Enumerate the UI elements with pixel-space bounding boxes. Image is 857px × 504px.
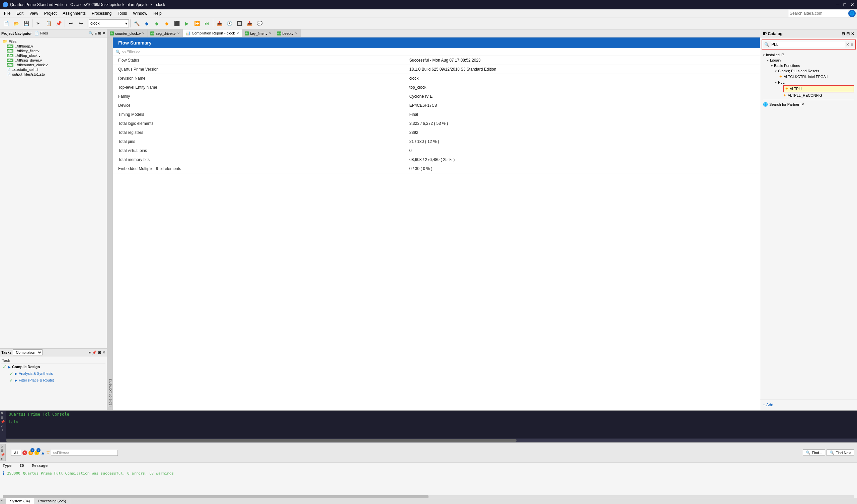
msg-close-icon[interactable]: ✕ bbox=[1, 445, 5, 449]
compile-button[interactable]: 🔨 bbox=[132, 19, 141, 28]
fast-forward-button[interactable]: ⏩ bbox=[192, 19, 202, 28]
table-of-contents-strip[interactable]: Table of Contents bbox=[107, 37, 113, 410]
ip-catalog-close-icon[interactable]: ✕ bbox=[851, 32, 854, 36]
console-more-icon[interactable]: ⋮ bbox=[1, 429, 5, 432]
file-item-static-sel[interactable]: 📄 ../../static_sel.tcl bbox=[5, 67, 105, 72]
file-item-key-filter[interactable]: abc ../rtl/key_filter.v bbox=[5, 49, 105, 53]
paste-button[interactable]: 📌 bbox=[54, 19, 63, 28]
console-help-icon[interactable]: ? bbox=[1, 424, 5, 428]
start-button[interactable]: ▶ bbox=[182, 19, 191, 28]
tasks-restore-icon[interactable]: ⊞ bbox=[98, 350, 101, 355]
error-icon[interactable]: ✕ bbox=[22, 451, 27, 455]
tab-system[interactable]: System (94) bbox=[6, 498, 34, 504]
file-item-beep[interactable]: abc ../rtl/beep.v bbox=[5, 44, 105, 49]
task-fitter[interactable]: ✓ ▶ Fitter (Place & Route) bbox=[8, 377, 105, 384]
file-item-counter-clock[interactable]: abc ../rtl/counter_clock.v bbox=[5, 63, 105, 67]
tab-close-beep[interactable]: ✕ bbox=[295, 32, 298, 35]
messages-filter-input[interactable] bbox=[51, 450, 118, 456]
tab-processing[interactable]: Processing (225) bbox=[34, 498, 70, 504]
console-body[interactable]: tcl> bbox=[6, 418, 857, 438]
stop-button[interactable]: ⬛ bbox=[172, 19, 182, 28]
open-button[interactable]: 📂 bbox=[11, 19, 21, 28]
close-project-icon[interactable]: ✕ bbox=[102, 31, 105, 35]
find-button[interactable]: 🔍 Find... bbox=[803, 450, 825, 456]
messages-hscroll[interactable] bbox=[3, 495, 854, 498]
console-dock-icon[interactable]: ⊟ bbox=[1, 416, 5, 419]
menu-edit[interactable]: Edit bbox=[14, 11, 26, 16]
filter-placeholder[interactable]: <<Filter>> bbox=[122, 50, 140, 54]
ip-search-menu-icon[interactable]: ≡ bbox=[851, 42, 853, 47]
menu-window[interactable]: Window bbox=[130, 11, 150, 16]
menu-processing[interactable]: Processing bbox=[89, 11, 114, 16]
cut-button[interactable]: ✂ bbox=[34, 19, 43, 28]
tree-basic-functions[interactable]: ▾ Basic Functions bbox=[771, 63, 854, 68]
search-globe-icon[interactable]: 🌐 bbox=[848, 10, 856, 17]
search-input[interactable] bbox=[788, 10, 848, 17]
tab-counter-clock[interactable]: abc counter_clock.v ✕ bbox=[107, 30, 148, 37]
tree-library[interactable]: ▾ Library bbox=[767, 57, 854, 63]
tree-clocks-plls[interactable]: ▾ Clocks; PLLs and Resets bbox=[775, 68, 854, 73]
menu-view[interactable]: View bbox=[27, 11, 41, 16]
tab-compilation-report[interactable]: 📊 Compilation Report - clock ✕ bbox=[183, 30, 242, 37]
tab-close-key-filter[interactable]: ✕ bbox=[269, 32, 271, 35]
menu-file[interactable]: File bbox=[1, 11, 13, 16]
task-compile-design[interactable]: ✓ ▶ Compile Design bbox=[1, 364, 105, 370]
menu-help[interactable]: Help bbox=[151, 11, 164, 16]
filter-funnel-icon[interactable]: ▽ bbox=[47, 451, 50, 455]
tab-close-compilation-report[interactable]: ✕ bbox=[236, 32, 239, 35]
minimize-button[interactable]: ─ bbox=[836, 2, 840, 7]
file-item-stp[interactable]: 📄 output_files/stp1.stp bbox=[5, 72, 105, 77]
messages-all-button[interactable]: All bbox=[11, 450, 21, 456]
tree-search-partner[interactable]: 🌐 Search for Partner IP bbox=[763, 101, 854, 107]
tab-key-filter[interactable]: abc key_filter.v ✕ bbox=[242, 30, 274, 37]
folder-root[interactable]: 📁 Files bbox=[1, 39, 105, 44]
msg-dock-icon[interactable]: ⊟ bbox=[1, 449, 5, 452]
tasks-close-icon[interactable]: ✕ bbox=[102, 350, 105, 355]
console-close-icon[interactable]: ✕ bbox=[1, 411, 5, 415]
restore-project-icon[interactable]: ⊞ bbox=[98, 31, 101, 35]
tab-beep[interactable]: abc beep.v ✕ bbox=[274, 30, 301, 37]
ip-catalog-maximize-icon[interactable]: ⊞ bbox=[846, 32, 850, 36]
menu-tools[interactable]: Tools bbox=[115, 11, 130, 16]
menu-assignments[interactable]: Assignments bbox=[60, 11, 88, 16]
msg-pin-icon[interactable]: 📌 bbox=[1, 453, 5, 456]
download-button[interactable]: 📥 bbox=[215, 19, 224, 28]
msg-tabs-icon[interactable]: ≡ bbox=[1, 499, 5, 503]
rtl-viewer-button[interactable]: 🔲 bbox=[235, 19, 244, 28]
tab-close-counter-clock[interactable]: ✕ bbox=[142, 32, 145, 35]
synthesis-button[interactable]: ◆ bbox=[152, 19, 161, 28]
console-pin-icon[interactable]: 📌 bbox=[1, 420, 5, 424]
save-button[interactable]: 💾 bbox=[21, 19, 31, 28]
new-button[interactable]: 📄 bbox=[1, 19, 11, 28]
ip-add-row[interactable]: + Add... bbox=[760, 400, 857, 410]
tree-altpll-reconfig[interactable]: ✦ ALTPLL_RECONFIG bbox=[783, 93, 854, 98]
tree-installed-ip[interactable]: ▾ Installed IP bbox=[763, 52, 854, 57]
ip-catalog-restore-icon[interactable]: ⊟ bbox=[842, 32, 845, 36]
menu-project[interactable]: Project bbox=[41, 11, 59, 16]
maximize-button[interactable]: □ bbox=[844, 2, 846, 7]
tree-pll-folder[interactable]: ▾ PLL bbox=[775, 80, 854, 85]
file-item-seg-driver[interactable]: abc ../rtl/seg_driver.v bbox=[5, 58, 105, 63]
tasks-pin-icon[interactable]: 📌 bbox=[92, 350, 97, 355]
info-icon[interactable]: ▲ bbox=[40, 450, 45, 455]
redo-button[interactable]: ↪ bbox=[76, 19, 86, 28]
tasks-mode-dropdown[interactable]: Compilation bbox=[13, 349, 43, 355]
msg-list-icon[interactable]: ≡ bbox=[1, 457, 5, 460]
tab-seg-driver[interactable]: abc seg_driver.v ✕ bbox=[148, 30, 182, 37]
close-button[interactable]: ✕ bbox=[850, 2, 854, 7]
timing-button[interactable]: 🕐 bbox=[225, 19, 234, 28]
ip-search-input[interactable] bbox=[771, 41, 845, 48]
fit-button[interactable]: ◆ bbox=[162, 19, 171, 28]
task-analysis-synthesis[interactable]: ✓ ▶ Analysis & Synthesis bbox=[8, 370, 105, 377]
file-item-top-clock[interactable]: abc ../rtl/top_clock.v bbox=[5, 53, 105, 58]
settings-project-icon[interactable]: ≡ bbox=[95, 32, 97, 35]
undo-button[interactable]: ↩ bbox=[66, 19, 75, 28]
analysis-button[interactable]: ◆ bbox=[142, 19, 151, 28]
tab-close-seg-driver[interactable]: ✕ bbox=[177, 32, 180, 35]
double-forward-button[interactable]: ⏭ bbox=[202, 19, 212, 28]
chat-button[interactable]: 💬 bbox=[255, 19, 264, 28]
tree-altclkctrl[interactable]: ✦ ALTCLKCTRL Intel FPGA I bbox=[779, 73, 854, 80]
search-project-icon[interactable]: 🔍 bbox=[89, 31, 94, 35]
ip-search-clear-icon[interactable]: ✕ bbox=[846, 42, 849, 47]
programmer-button[interactable]: 📤 bbox=[245, 19, 254, 28]
